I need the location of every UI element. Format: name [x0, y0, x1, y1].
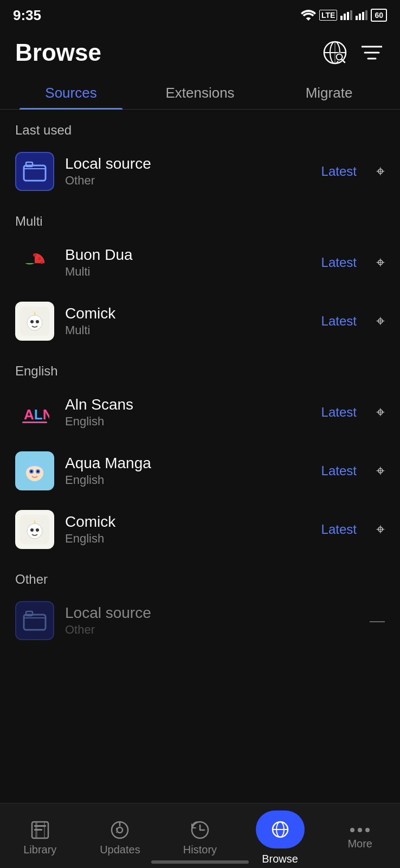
list-item[interactable]: Aqua Manga English Latest ⌖: [0, 442, 400, 500]
svg-rect-47: [34, 829, 42, 831]
signal1-icon: [340, 10, 352, 20]
svg-point-27: [36, 320, 39, 323]
source-badge-comick-en[interactable]: Latest: [321, 522, 357, 537]
svg-text:ALN: ALN: [24, 406, 49, 423]
status-time: 9:35: [13, 7, 41, 24]
source-badge-aln[interactable]: Latest: [321, 405, 357, 420]
svg-rect-7: [365, 10, 367, 20]
svg-rect-0: [340, 16, 343, 20]
status-icons: LTE 60: [301, 9, 387, 22]
svg-rect-19: [26, 162, 33, 167]
nav-browse[interactable]: Browse: [240, 803, 320, 868]
svg-point-23: [41, 261, 43, 264]
status-bar: 9:35 LTE 60: [0, 0, 400, 28]
nav-library-label: Library: [23, 844, 56, 856]
svg-rect-46: [34, 825, 46, 827]
list-item[interactable]: Comick English Latest ⌖: [0, 500, 400, 559]
browse-pill: [256, 810, 305, 848]
svg-rect-4: [356, 16, 358, 20]
pin-icon-comick-en[interactable]: ⌖: [376, 521, 385, 539]
source-icon-local-other: [15, 601, 54, 640]
tab-migrate[interactable]: Migrate: [264, 75, 393, 109]
nav-history-label: History: [183, 844, 217, 856]
wifi-icon: [301, 10, 316, 21]
tab-extensions[interactable]: Extensions: [136, 75, 264, 109]
svg-rect-42: [26, 611, 33, 616]
nav-more[interactable]: More: [320, 803, 400, 868]
global-search-button[interactable]: [322, 40, 348, 66]
pin-icon-aln[interactable]: ⌖: [376, 404, 385, 422]
nav-library[interactable]: Library: [0, 803, 80, 868]
bottom-navigation: Library ! Updates History Browse: [0, 803, 400, 868]
svg-rect-18: [24, 165, 46, 181]
pin-icon-aqua[interactable]: ⌖: [376, 462, 385, 480]
nav-history[interactable]: History: [160, 803, 240, 868]
more-icon: [350, 826, 370, 834]
nav-updates[interactable]: ! Updates: [80, 803, 160, 868]
browse-icon: [270, 820, 290, 839]
svg-rect-3: [350, 10, 352, 20]
pin-icon-comick-multi[interactable]: ⌖: [376, 312, 385, 330]
source-info-local-last: Local source Other: [65, 155, 311, 188]
list-item[interactable]: Local source Other —: [0, 591, 400, 650]
source-icon-comick-multi: [15, 302, 54, 341]
nav-more-label: More: [347, 838, 372, 850]
svg-rect-6: [362, 12, 364, 20]
source-info-aln: Aln Scans English: [65, 396, 311, 429]
home-indicator: [151, 860, 249, 864]
svg-point-21: [33, 253, 36, 257]
library-icon: [30, 820, 50, 840]
svg-point-58: [365, 828, 370, 832]
source-badge-buondua[interactable]: Latest: [321, 255, 357, 270]
svg-rect-2: [347, 12, 349, 20]
svg-rect-30: [22, 422, 47, 423]
source-badge-aqua[interactable]: Latest: [321, 463, 357, 478]
list-item[interactable]: Buon Dua Multi Latest ⌖: [0, 233, 400, 292]
page-title: Browse: [15, 39, 101, 66]
sources-content: Last used Local source Other Latest ⌖ Mu…: [0, 110, 400, 715]
header-actions: [322, 40, 385, 66]
page-header: Browse: [0, 28, 400, 75]
source-info-buondua: Buon Dua Multi: [65, 246, 311, 279]
svg-point-36: [37, 470, 39, 473]
source-badge-comick-multi[interactable]: Latest: [321, 314, 357, 329]
source-icon-aln: ALN: [15, 393, 54, 432]
pin-icon-local-last[interactable]: ⌖: [376, 163, 385, 181]
source-badge-local-last[interactable]: Latest: [321, 164, 357, 179]
svg-text:!: !: [115, 826, 118, 834]
svg-rect-1: [344, 14, 346, 20]
browse-tabs: Sources Extensions Migrate: [0, 75, 400, 110]
lte-icon: LTE: [319, 10, 337, 21]
source-icon-aqua: [15, 451, 54, 490]
tab-sources[interactable]: Sources: [7, 75, 136, 109]
dash-icon-local-other: —: [370, 612, 385, 629]
list-item[interactable]: Comick Multi Latest ⌖: [0, 292, 400, 350]
section-english: English: [0, 350, 400, 383]
source-info-local-other: Local source Other: [65, 604, 350, 637]
section-multi: Multi: [0, 201, 400, 233]
svg-point-22: [38, 258, 41, 260]
svg-point-35: [30, 470, 33, 473]
pin-icon-buondua[interactable]: ⌖: [376, 254, 385, 272]
svg-point-38: [27, 524, 42, 539]
svg-rect-41: [24, 615, 46, 630]
list-item[interactable]: ALN Aln Scans English Latest ⌖: [0, 383, 400, 442]
signal2-icon: [356, 10, 367, 20]
source-icon-comick-en: [15, 510, 54, 549]
section-other: Other: [0, 559, 400, 591]
history-icon: [190, 820, 210, 840]
source-icon-buondua: [15, 243, 54, 282]
svg-point-26: [30, 320, 34, 323]
nav-browse-label: Browse: [262, 853, 298, 865]
svg-rect-45: [44, 822, 45, 838]
updates-icon: !: [109, 820, 130, 840]
svg-point-49: [117, 827, 122, 833]
source-info-aqua: Aqua Manga English: [65, 455, 311, 487]
svg-point-56: [350, 828, 354, 832]
source-info-comick-en: Comick English: [65, 513, 311, 546]
filter-button[interactable]: [359, 40, 385, 66]
source-icon-local-last: [15, 152, 54, 191]
list-item[interactable]: Local source Other Latest ⌖: [0, 142, 400, 201]
section-last-used: Last used: [0, 110, 400, 142]
svg-point-25: [27, 315, 42, 330]
